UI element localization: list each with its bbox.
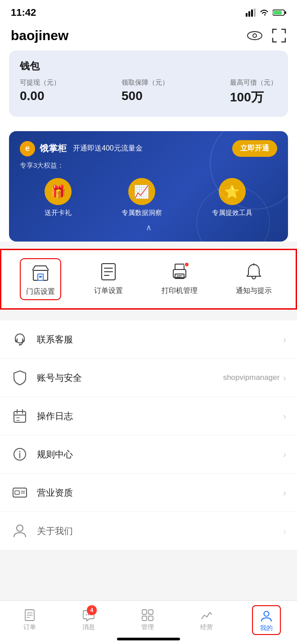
svg-point-8 (253, 34, 256, 37)
svg-rect-34 (15, 491, 19, 494)
calendar-icon (11, 407, 29, 425)
svg-rect-47 (142, 616, 147, 621)
store-icon (30, 262, 51, 283)
promo-description: 开通即送400元流量金 (73, 144, 143, 153)
menu-item-customer-service[interactable]: 联系客服 › (0, 320, 297, 359)
svg-point-31 (19, 451, 21, 452)
wallet-label-guarantee: 领取保障（元） (122, 78, 169, 87)
quick-action-store-label: 门店设置 (26, 287, 55, 297)
menu-item-about-label: 关于我们 (37, 525, 283, 537)
notify-icon (243, 261, 265, 283)
status-bar: 11:42 (0, 0, 297, 23)
promo-feature-label-0: 送开卡礼 (45, 209, 72, 217)
divider-1 (0, 315, 297, 320)
menu-arrow-operation-log: › (283, 411, 286, 421)
menu-item-business-license-label: 营业资质 (37, 487, 283, 499)
headset-icon (11, 330, 29, 348)
nav-label-mine: 我的 (260, 624, 273, 632)
wallet-label-borrow: 最高可借（元） (230, 78, 277, 87)
signal-icon (246, 9, 256, 17)
svg-point-23 (19, 344, 21, 346)
mine-icon (260, 608, 273, 622)
svg-rect-11 (39, 276, 42, 278)
promo-top: e 饿掌柜 开通即送400元流量金 立即开通 (20, 140, 277, 157)
nav-item-messages[interactable]: 4 消息 (75, 605, 102, 635)
wallet-value-borrow: 100万 (230, 89, 277, 106)
promo-features: 🎁 送开卡礼 📈 专属数据洞察 ⭐ 专属提效工具 (20, 178, 277, 217)
quick-action-notify-label: 通知与提示 (236, 286, 272, 296)
nav-label-manage: 管理 (141, 623, 154, 631)
promo-brand: e 饿掌柜 开通即送400元流量金 (20, 141, 143, 156)
promo-feature-label-2: 专属提效工具 (212, 209, 252, 217)
svg-rect-45 (142, 610, 147, 614)
wallet-stat-withdrawable: 可提现（元） 0.00 (20, 78, 60, 106)
quick-action-notify[interactable]: 通知与提示 (231, 259, 276, 299)
menu-arrow-business-license: › (283, 488, 286, 498)
nav-label-orders: 订单 (23, 623, 36, 631)
promo-collapse-icon[interactable]: ∧ (20, 223, 277, 233)
promo-brand-name: 饿掌柜 (40, 142, 67, 155)
printer-icon (169, 261, 190, 283)
id-card-icon (11, 484, 29, 502)
svg-rect-3 (254, 9, 256, 17)
wallet-stat-guarantee: 领取保障（元） 500 (122, 78, 169, 106)
orders-icon (23, 607, 36, 621)
scan-icon[interactable] (272, 28, 286, 43)
promo-logo: e (20, 141, 35, 156)
svg-point-7 (248, 32, 262, 40)
quick-action-order-label: 订单设置 (94, 286, 123, 296)
menu-item-rules-center[interactable]: 规则中心 › (0, 435, 297, 474)
menu-item-operation-log-label: 操作日志 (37, 410, 283, 422)
shield-icon (11, 369, 29, 387)
status-time: 11:42 (11, 7, 36, 18)
promo-feature-label-1: 专属数据洞察 (122, 209, 162, 217)
wallet-stat-borrow: 最高可借（元） 100万 (230, 78, 277, 106)
promo-open-button[interactable]: 立即开通 (232, 140, 277, 157)
menu-item-operation-log[interactable]: 操作日志 › (0, 397, 297, 435)
promo-tool-icon: ⭐ (219, 178, 246, 205)
menu-item-account-security-value: shopvipmanager (223, 373, 280, 382)
svg-rect-0 (246, 13, 248, 17)
menu-arrow-customer-service: › (283, 334, 286, 345)
svg-rect-17 (175, 264, 184, 269)
quick-actions: 门店设置 订单设置 (0, 249, 297, 310)
wallet-value-withdrawable: 0.00 (20, 89, 60, 103)
quick-action-store[interactable]: 门店设置 (21, 259, 60, 299)
nav-item-mine[interactable]: 我的 (252, 605, 281, 635)
nav-item-manage[interactable]: 管理 (134, 605, 161, 635)
manage-icon (141, 607, 154, 621)
nav-label-analytics: 经营 (200, 623, 213, 631)
menu-item-rules-center-label: 规则中心 (37, 448, 283, 461)
svg-point-37 (17, 525, 23, 531)
menu-list: 联系客服 › 账号与安全 shopvipmanager › (0, 320, 297, 550)
nav-item-orders[interactable]: 订单 (16, 605, 43, 635)
nav-item-analytics[interactable]: 经营 (193, 605, 220, 635)
svg-point-49 (264, 611, 269, 616)
status-icons (246, 9, 286, 17)
promo-banner[interactable]: e 饿掌柜 开通即送400元流量金 立即开通 专享3大权益： 🎁 送开卡礼 📈 … (9, 131, 288, 242)
svg-rect-48 (148, 616, 153, 621)
nav-label-messages: 消息 (82, 623, 95, 631)
header-icons (247, 28, 286, 43)
menu-item-business-license[interactable]: 营业资质 › (0, 474, 297, 512)
wallet-value-guarantee: 500 (122, 89, 169, 103)
menu-item-about[interactable]: 关于我们 › (0, 512, 297, 550)
svg-rect-6 (274, 11, 282, 14)
wifi-icon (259, 9, 269, 17)
quick-action-printer-label: 打印机管理 (162, 286, 198, 296)
wallet-label-withdrawable: 可提现（元） (20, 78, 60, 87)
promo-subtitle: 专享3大权益： (20, 161, 277, 170)
quick-action-printer[interactable]: 打印机管理 (157, 259, 202, 299)
promo-feature-gift: 🎁 送开卡礼 (45, 178, 72, 217)
eye-icon[interactable] (247, 30, 263, 41)
quick-action-order[interactable]: 订单设置 (90, 259, 127, 299)
menu-arrow-account-security: › (283, 373, 286, 383)
wallet-title: 钱包 (20, 59, 277, 73)
menu-item-account-security-label: 账号与安全 (37, 372, 223, 384)
svg-rect-9 (33, 270, 48, 280)
person-icon (11, 522, 29, 540)
menu-item-account-security[interactable]: 账号与安全 shopvipmanager › (0, 359, 297, 397)
header: baojinew (0, 23, 297, 50)
wallet-stats: 可提现（元） 0.00 领取保障（元） 500 最高可借（元） 100万 (20, 78, 277, 106)
battery-icon (273, 9, 286, 16)
